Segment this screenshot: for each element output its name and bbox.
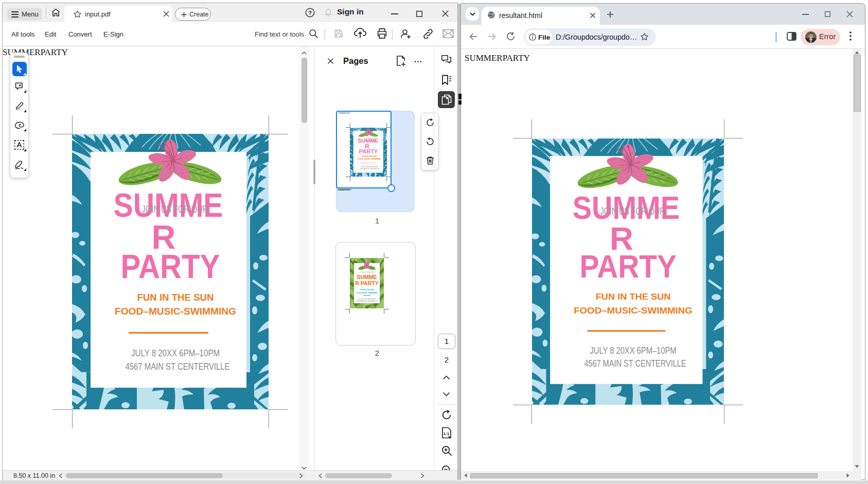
svg-text:1:1: 1:1 — [444, 431, 450, 436]
svg-text:?: ? — [308, 10, 312, 16]
